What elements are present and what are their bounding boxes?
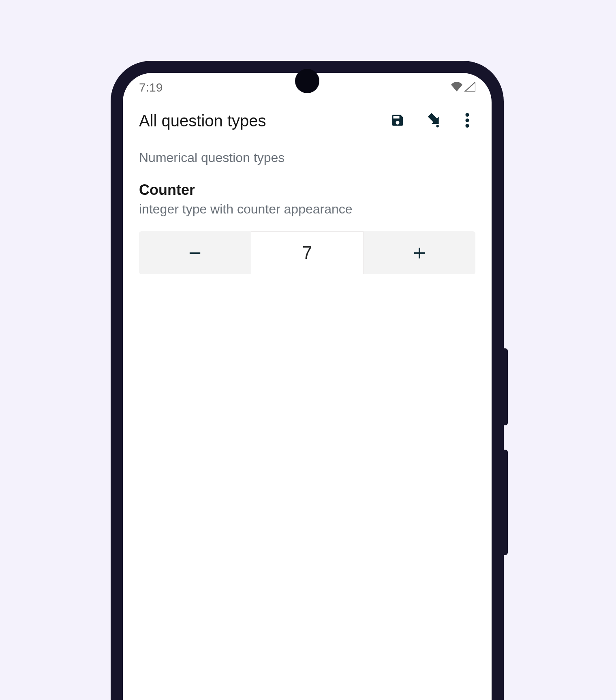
svg-point-2 xyxy=(466,118,469,122)
wifi-icon xyxy=(451,82,462,93)
phone-screen: 7:19 All question types xyxy=(123,73,492,700)
save-icon xyxy=(390,113,405,129)
svg-point-0 xyxy=(436,125,439,127)
phone-frame: 7:19 All question types xyxy=(111,61,504,700)
arrow-down-right-icon xyxy=(425,113,440,130)
more-vert-icon xyxy=(465,113,469,129)
counter-value[interactable]: 7 xyxy=(251,231,364,274)
save-button[interactable] xyxy=(389,113,406,129)
phone-notch xyxy=(295,69,319,93)
question-subtitle: integer type with counter appearance xyxy=(139,202,475,217)
counter-increment-button[interactable]: + xyxy=(364,231,475,274)
signal-icon xyxy=(464,82,475,93)
svg-point-3 xyxy=(466,124,469,128)
question-title: Counter xyxy=(139,181,475,198)
phone-side-button-1 xyxy=(504,348,508,425)
header-actions xyxy=(389,113,475,129)
more-options-button[interactable] xyxy=(459,113,475,129)
status-time: 7:19 xyxy=(139,81,163,94)
header-bar: All question types xyxy=(123,96,492,138)
counter-decrement-button[interactable]: − xyxy=(139,231,251,274)
status-icons xyxy=(451,82,475,93)
svg-point-1 xyxy=(466,113,469,117)
counter-widget: − 7 + xyxy=(139,231,475,274)
jump-button[interactable] xyxy=(424,113,441,129)
page-title: All question types xyxy=(139,112,266,130)
phone-side-button-2 xyxy=(504,450,508,555)
content-area: Numerical question types Counter integer… xyxy=(123,138,492,286)
section-label: Numerical question types xyxy=(139,150,475,165)
